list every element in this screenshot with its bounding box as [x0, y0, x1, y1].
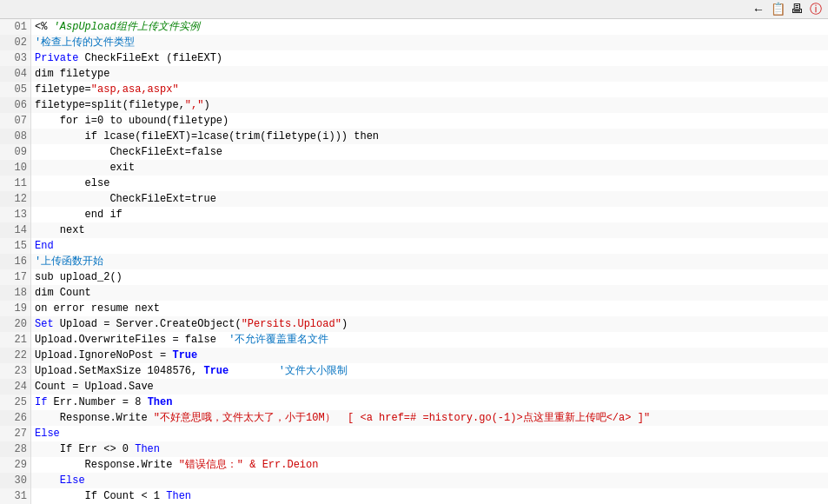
token: If Err <> 0: [35, 441, 135, 457]
line-number: 21: [0, 332, 30, 348]
code-line: filetype=split(filetype,","): [31, 97, 828, 113]
help-icon[interactable]: ⓘ: [809, 3, 823, 17]
code-line: if lcase(fileEXT)=lcase(trim(filetype(i)…: [31, 129, 828, 144]
line-number: 23: [0, 363, 30, 379]
line-number: 07: [0, 113, 30, 129]
token: End: [35, 238, 54, 254]
line-number: 30: [0, 473, 30, 488]
code-line: Upload.OverwriteFiles = false '不允许覆盖重名文件: [31, 332, 828, 348]
token: '检查上传的文件类型: [35, 35, 135, 50]
code-line: '上传函数开始: [31, 254, 828, 269]
code-line: filetype="asp,asa,aspx": [31, 82, 828, 97]
token: Private: [35, 50, 78, 66]
toolbar: ← 📋 🖶 ⓘ: [0, 0, 828, 19]
token: Response.Write: [35, 457, 179, 473]
code-line: If Err <> 0 Then: [31, 441, 828, 457]
token: on error resume next: [35, 301, 160, 316]
token: If Count < 1: [35, 488, 166, 504]
token: dim filetype: [35, 66, 109, 82]
line-number: 10: [0, 160, 30, 176]
token: <%: [35, 19, 47, 35]
token: Set: [35, 316, 54, 332]
line-number: 29: [0, 457, 30, 473]
line-number: 11: [0, 176, 30, 191]
token: dim Count: [35, 285, 91, 301]
token: Response.Write: [35, 410, 154, 426]
line-number: 16: [0, 254, 30, 269]
token: "错误信息：" & Err.Deion: [179, 457, 319, 473]
code-line: dim filetype: [31, 66, 828, 82]
token: CheckFileExt=false: [35, 144, 222, 160]
token: "Persits.Upload": [242, 316, 341, 332]
code-line: Count = Upload.Save: [31, 379, 828, 395]
token: Then: [135, 441, 160, 457]
token: Then: [166, 488, 191, 504]
line-number: 27: [0, 426, 30, 441]
line-number: 03: [0, 50, 30, 66]
token: if lcase(fileEXT)=lcase(trim(filetype(i)…: [35, 129, 379, 144]
editor-container: ← 📋 🖶 ⓘ 01020304050607080910111213141516…: [0, 0, 828, 504]
token: Upload.OverwriteFiles = false: [35, 332, 229, 348]
line-number: 18: [0, 285, 30, 301]
code-line: CheckFileExt=true: [31, 191, 828, 207]
line-number: 09: [0, 144, 30, 160]
token: sub upload_2(): [35, 269, 123, 285]
line-number: 24: [0, 379, 30, 395]
token: end if: [35, 207, 123, 222]
code-line: Else: [31, 473, 828, 488]
line-number: 05: [0, 82, 30, 97]
code-line: next: [31, 222, 828, 238]
code-line: '检查上传的文件类型: [31, 35, 828, 50]
token: Upload.SetMaxSize 1048576,: [35, 363, 203, 379]
token: filetype=split(filetype,: [35, 97, 185, 113]
line-number: 25: [0, 395, 30, 410]
line-number: 31: [0, 488, 30, 504]
token: else: [35, 176, 109, 191]
code-line: End: [31, 238, 828, 254]
line-number: 28: [0, 441, 30, 457]
code-line: If Count < 1 Then: [31, 488, 828, 504]
code-line: Private CheckFileExt (fileEXT): [31, 50, 828, 66]
token: ): [203, 97, 209, 113]
line-number: 08: [0, 129, 30, 144]
back-icon[interactable]: ←: [752, 3, 765, 17]
code-line: Else: [31, 426, 828, 441]
token: '不允许覆盖重名文件: [229, 332, 328, 348]
token: Upload = Server.CreateObject(: [54, 316, 242, 332]
token: Err.Number = 8: [47, 395, 147, 410]
line-number: 02: [0, 35, 30, 50]
line-number: 26: [0, 410, 30, 426]
token: for i=0 to ubound(filetype): [35, 113, 229, 129]
line-number: 01: [0, 19, 30, 35]
line-numbers: 0102030405060708091011121314151617181920…: [0, 19, 31, 504]
code-line: <% 'AspUpload组件上传文件实例: [31, 19, 828, 35]
token: "asp,asa,aspx": [91, 82, 179, 97]
token: filetype=: [35, 82, 91, 97]
copy-icon[interactable]: 📋: [771, 3, 785, 17]
token: 'AspUpload组件上传文件实例: [54, 19, 200, 35]
code-line: If Err.Number = 8 Then: [31, 395, 828, 410]
code-line: CheckFileExt=false: [31, 144, 828, 160]
token: CheckFileExt=true: [35, 191, 216, 207]
code-line: for i=0 to ubound(filetype): [31, 113, 828, 129]
token: True: [172, 348, 197, 363]
line-number: 22: [0, 348, 30, 363]
code-line: Response.Write "不好意思哦，文件太大了，小于10M） [ <a …: [31, 410, 828, 426]
code-line: sub upload_2(): [31, 269, 828, 285]
line-number: 12: [0, 191, 30, 207]
line-number: 19: [0, 301, 30, 316]
token: Then: [148, 395, 173, 410]
token: ): [341, 316, 348, 332]
token: True: [203, 363, 229, 379]
token: '上传函数开始: [35, 254, 103, 269]
token: Else: [35, 426, 60, 441]
code-line: Upload.IgnoreNoPost = True: [31, 348, 828, 363]
token: If: [35, 395, 47, 410]
token: exit: [35, 160, 135, 176]
code-line: Set Upload = Server.CreateObject("Persit…: [31, 316, 828, 332]
code-line: else: [31, 176, 828, 191]
print-icon[interactable]: 🖶: [790, 3, 804, 17]
token: Else: [35, 473, 85, 488]
token: '文件大小限制: [229, 363, 348, 379]
token: [47, 19, 53, 35]
